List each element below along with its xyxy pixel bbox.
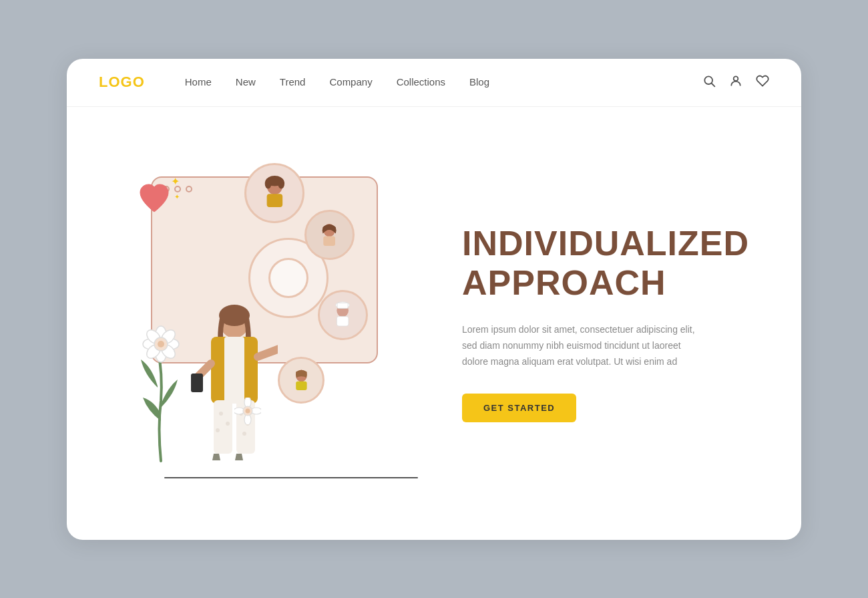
user-icon[interactable] <box>729 74 742 91</box>
logo[interactable]: LOGO <box>99 73 145 91</box>
avatar-1 <box>244 163 304 223</box>
get-started-button[interactable]: GET STARTED <box>462 394 576 422</box>
sparkle-icon-2: ✦ <box>174 193 180 200</box>
svg-point-23 <box>226 422 230 426</box>
avatar-3 <box>318 290 368 340</box>
svg-point-46 <box>246 408 250 413</box>
heart-icon[interactable] <box>756 74 769 91</box>
svg-rect-9 <box>324 236 336 245</box>
sparkle-icon-1: ✦ <box>171 175 180 188</box>
svg-point-40 <box>158 341 164 347</box>
camera-icon-inner <box>268 258 308 298</box>
svg-point-6 <box>278 178 284 189</box>
small-flower <box>234 398 261 427</box>
nav-item-trend[interactable]: Trend <box>280 76 306 88</box>
svg-point-2 <box>734 76 738 81</box>
bottom-line <box>164 477 418 478</box>
illustration-wrapper: ✦ ✦ <box>111 150 431 497</box>
illustration-section: ✦ ✦ <box>67 107 449 540</box>
svg-point-24 <box>216 428 220 432</box>
nav-item-blog[interactable]: Blog <box>469 76 489 88</box>
svg-point-5 <box>264 178 271 189</box>
nav-item-new[interactable]: New <box>236 76 256 88</box>
nav-item-collections[interactable]: Collections <box>397 76 445 88</box>
woman-figure <box>191 297 278 477</box>
svg-point-22 <box>219 412 223 416</box>
heart-decoration <box>138 183 171 218</box>
hero-section: INDIVIDUALIZED APPROACH Lorem ipsum dolo… <box>449 107 801 540</box>
svg-point-27 <box>242 432 246 436</box>
flower-plant <box>124 307 198 470</box>
main-card: LOGO Home New Trend Company Collections … <box>67 59 801 540</box>
main-content: ✦ ✦ <box>67 107 801 540</box>
svg-rect-12 <box>337 303 348 308</box>
browser-dot-3 <box>186 186 192 192</box>
hero-description: Lorem ipsum dolor sit amet, consectetuer… <box>462 322 702 369</box>
nav-item-home[interactable]: Home <box>185 76 212 88</box>
search-icon[interactable] <box>702 74 716 91</box>
svg-rect-15 <box>296 382 306 390</box>
svg-rect-7 <box>266 194 282 207</box>
avatar-4 <box>278 357 324 404</box>
svg-rect-20 <box>214 400 232 454</box>
nav-icon-group <box>702 74 769 91</box>
nav-item-company[interactable]: Company <box>329 76 372 88</box>
svg-rect-19 <box>224 337 244 404</box>
navbar: LOGO Home New Trend Company Collections … <box>67 59 801 107</box>
avatar-2 <box>304 210 355 260</box>
nav-links: Home New Trend Company Collections Blog <box>185 76 702 88</box>
svg-rect-13 <box>337 316 349 325</box>
svg-line-1 <box>712 83 715 86</box>
svg-line-28 <box>258 347 278 357</box>
hero-title: INDIVIDUALIZED APPROACH <box>462 224 761 304</box>
